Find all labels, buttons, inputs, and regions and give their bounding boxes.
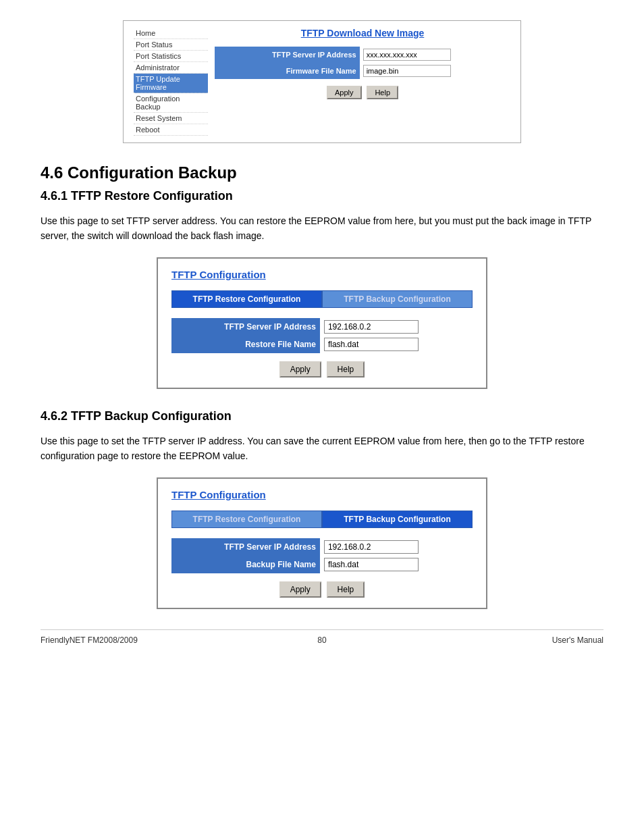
restore-panel-title: TFTP Configuration	[171, 269, 473, 280]
restore-btn-row: Apply Help	[171, 361, 473, 377]
backup-input-ip[interactable]	[320, 538, 473, 556]
restore-tab-bar: TFTP Restore Configuration TFTP Backup C…	[171, 290, 473, 308]
restore-input-ip[interactable]	[320, 318, 473, 336]
footer-left: FriendlyNET FM2008/2009	[41, 635, 138, 645]
backup-form-table: TFTP Server IP Address Backup File Name	[171, 538, 473, 573]
nav-reset-system[interactable]: Reset System	[134, 113, 208, 124]
backup-panel-title: TFTP Configuration	[171, 489, 473, 500]
restore-label-ip: TFTP Server IP Address	[171, 318, 320, 336]
footer-right: User's Manual	[552, 635, 603, 645]
top-input-ip[interactable]	[360, 47, 510, 63]
restore-filename-field[interactable]	[324, 338, 419, 351]
table-row: Backup File Name	[171, 556, 473, 573]
top-filename-field[interactable]	[363, 65, 451, 77]
nav-administrator[interactable]: Administrator	[134, 62, 208, 74]
table-row: TFTP Server IP Address	[215, 47, 510, 63]
nav-reboot[interactable]: Reboot	[134, 124, 208, 136]
nav-home[interactable]: Home	[134, 28, 208, 39]
backup-help-button[interactable]: Help	[327, 581, 365, 598]
restore-input-filename[interactable]	[320, 336, 473, 353]
backup-tab-bar: TFTP Restore Configuration TFTP Backup C…	[171, 511, 473, 528]
subsection-462-heading: 4.6.2 TFTP Backup Configuration	[41, 409, 603, 423]
section-46-heading: 4.6 Configuration Backup	[41, 163, 603, 182]
table-row: Restore File Name	[171, 336, 473, 353]
nav-port-status[interactable]: Port Status	[134, 39, 208, 51]
nav-config-backup[interactable]: Configuration Backup	[134, 93, 208, 113]
top-form-table: TFTP Server IP Address Firmware File Nam…	[215, 47, 510, 79]
backup-apply-button[interactable]: Apply	[279, 581, 321, 598]
sub462-description: Use this page to set the TFTP server IP …	[41, 434, 603, 464]
subsection-461-heading: 4.6.1 TFTP Restore Configuration	[41, 189, 603, 203]
table-row: TFTP Server IP Address	[171, 538, 473, 556]
sub461-description: Use this page to set TFTP server address…	[41, 213, 603, 244]
tab-restore-config[interactable]: TFTP Restore Configuration	[171, 290, 322, 308]
top-panel-content: TFTP Download New Image TFTP Server IP A…	[215, 28, 510, 99]
tftp-restore-panel: TFTP Configuration TFTP Restore Configur…	[157, 257, 487, 389]
backup-ip-field[interactable]	[324, 540, 419, 554]
backup-input-filename[interactable]	[320, 556, 473, 573]
restore-label-filename: Restore File Name	[171, 336, 320, 353]
table-row: Firmware File Name	[215, 63, 510, 79]
restore-help-button[interactable]: Help	[327, 361, 365, 377]
backup-label-ip: TFTP Server IP Address	[171, 538, 320, 556]
footer-center: 80	[317, 635, 326, 645]
restore-form-table: TFTP Server IP Address Restore File Name	[171, 318, 473, 353]
top-label-filename: Firmware File Name	[215, 63, 360, 79]
top-screenshot-panel: Home Port Status Port Statistics Adminis…	[123, 20, 521, 143]
top-ip-field[interactable]	[363, 49, 451, 61]
top-sidebar-nav: Home Port Status Port Statistics Adminis…	[134, 28, 208, 136]
backup-filename-field[interactable]	[324, 558, 419, 571]
top-label-ip: TFTP Server IP Address	[215, 47, 360, 63]
top-help-button[interactable]: Help	[367, 86, 398, 99]
nav-tftp-firmware[interactable]: TFTP Update Firmware	[134, 74, 208, 93]
tab-backup-config[interactable]: TFTP Backup Configuration	[322, 290, 473, 308]
top-input-filename[interactable]	[360, 63, 510, 79]
tftp-backup-panel: TFTP Configuration TFTP Restore Configur…	[157, 477, 487, 609]
top-apply-button[interactable]: Apply	[327, 86, 362, 99]
backup-label-filename: Backup File Name	[171, 556, 320, 573]
backup-btn-row: Apply Help	[171, 581, 473, 598]
table-row: TFTP Server IP Address	[171, 318, 473, 336]
tab-backup-restore-config[interactable]: TFTP Restore Configuration	[171, 511, 322, 528]
tab-backup-config-active[interactable]: TFTP Backup Configuration	[322, 511, 473, 528]
page-footer: FriendlyNET FM2008/2009 80 User's Manual	[41, 629, 603, 645]
restore-ip-field[interactable]	[324, 320, 419, 334]
nav-port-statistics[interactable]: Port Statistics	[134, 51, 208, 62]
top-panel-title: TFTP Download New Image	[215, 28, 510, 38]
restore-apply-button[interactable]: Apply	[279, 361, 321, 377]
top-btn-row: Apply Help	[215, 86, 510, 99]
